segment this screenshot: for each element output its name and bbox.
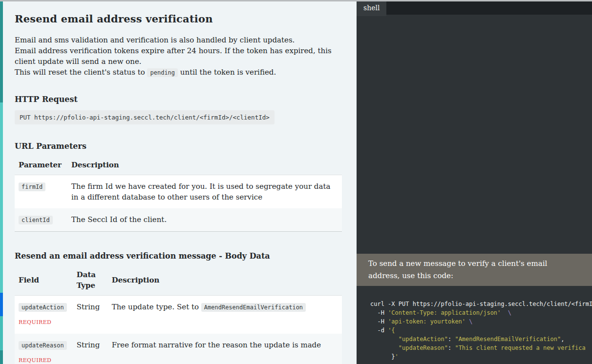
code-panel: shell To send a new message to verify a … [357,1,592,364]
intro-line-3-after: until the token is verified. [178,68,276,77]
table-cell-description: The firm Id we have created for you. It … [67,175,342,209]
code-line: }' [370,352,592,361]
inline-code-firmid: firmId [19,182,45,191]
table-cell-datatype: String [73,296,108,334]
url-parameters-heading: URL Parameters [15,142,342,151]
table-cell-param: firmId [15,175,67,209]
required-badge: REQUIRED [19,355,67,364]
body-data-heading: Resend an email address verification mes… [15,251,342,261]
intro-line-1: Email and sms validation and verificatio… [15,36,295,44]
table-cell-description: Free format narrative for the reason the… [108,334,342,364]
column-header-field: Field [15,267,73,296]
code-line: "updateAction": "AmendResendEmailVerific… [370,335,592,344]
table-cell-description: The Seccl Id of the client. [67,208,342,232]
column-header-parameter: Parameter [15,158,67,175]
table-cell-param: clientId [15,208,67,232]
column-header-description: Description [67,158,342,175]
table-row: updateReason REQUIRED String Free format… [15,334,342,364]
code-line: "updateReason": "This client requested a… [370,344,592,352]
intro-line-3: This will reset the client's status to [15,68,147,77]
code-line: -d '{ [370,326,592,335]
code-line: -H 'api-token: yourtoken' \ [370,317,592,326]
page-title: Resend email address verification [15,13,342,25]
table-cell-description: The update type. Set to AmendResendEmail… [108,296,342,334]
table-row: firmId The firm Id we have created for y… [15,175,342,209]
intro-line-2: Email address verification tokens expire… [15,46,332,66]
inline-code-pending: pending [147,68,178,77]
column-header-datatype: Data Type [73,267,108,296]
inline-code-updatereason: updateReason [19,341,67,350]
table-header-row: Parameter Description [15,158,342,175]
table-row: updateAction REQUIRED String The update … [15,296,342,334]
tab-shell[interactable]: shell [357,1,386,16]
endpoint-code-block: PUT https://pfolio-api-staging.seccl.tec… [15,110,275,124]
column-header-description: Description [108,267,342,296]
language-tab-bar: shell [357,1,592,15]
code-line: -H 'Content-Type: application/json' \ [370,308,592,317]
description-text: The update type. Set to [112,303,201,311]
required-badge: REQUIRED [19,317,67,328]
table-cell-field: updateReason REQUIRED [15,334,73,364]
inline-code-clientid: clientId [19,216,53,224]
body-data-table: Field Data Type Description updateAction… [15,267,342,364]
table-cell-datatype: String [73,334,108,364]
doc-content: Resend email address verification Email … [3,1,357,364]
curl-code-block: curl -X PUT https://pfolio-api-staging.s… [357,300,592,361]
top-border-line [0,0,592,1]
inline-code-amendresend: AmendResendEmailVerification [201,303,306,312]
code-annotation: To send a new message to verify a client… [357,254,592,286]
code-line: curl -X PUT https://pfolio-api-staging.s… [370,300,592,308]
table-header-row: Field Data Type Description [15,267,342,296]
table-row: clientId The Seccl Id of the client. [15,208,342,232]
intro-paragraph: Email and sms validation and verificatio… [15,35,342,78]
url-parameters-table: Parameter Description firmId The firm Id… [15,158,342,232]
table-cell-field: updateAction REQUIRED [15,296,73,334]
inline-code-updateaction: updateAction [19,303,67,312]
http-request-heading: HTTP Request [15,95,342,104]
page: Resend email address verification Email … [0,0,592,364]
